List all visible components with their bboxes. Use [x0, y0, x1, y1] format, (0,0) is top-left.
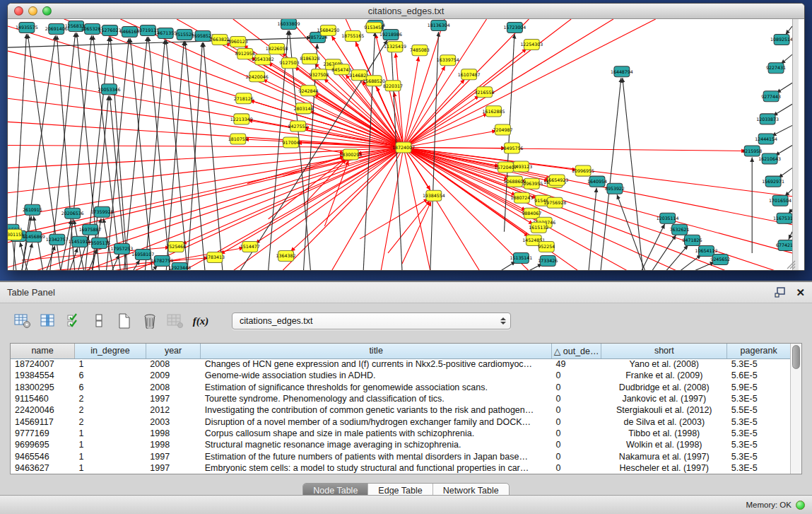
svg-text:20206536: 20206536	[61, 211, 84, 216]
svg-text:10688609: 10688609	[503, 179, 526, 184]
table-panel: Table Panel ✕ f(x)citations_edges.txt na…	[0, 281, 812, 495]
svg-text:16162885: 16162885	[483, 109, 505, 114]
svg-text:14671355: 14671355	[154, 30, 177, 35]
column-header-title[interactable]: title	[201, 344, 552, 358]
table-settings-icon[interactable]	[13, 312, 33, 330]
column-header-short[interactable]: short	[601, 344, 727, 358]
svg-text:16339754: 16339754	[437, 57, 459, 62]
column-header-pagerank[interactable]: pagerank	[727, 344, 790, 358]
svg-text:8912954: 8912954	[235, 51, 255, 56]
svg-text:16958107: 16958107	[131, 252, 154, 257]
svg-text:9242844: 9242844	[299, 88, 319, 93]
svg-text:18136304: 18136304	[428, 23, 450, 28]
svg-text:18755165: 18755165	[341, 33, 364, 38]
svg-text:9127503: 9127503	[280, 60, 300, 65]
merge-cells-icon[interactable]	[89, 312, 109, 330]
svg-text:8454743: 8454743	[331, 66, 351, 71]
desktop: citations_edges.txt 14935575206914061256…	[0, 0, 812, 281]
svg-text:8960123: 8960123	[228, 39, 248, 44]
svg-text:8953922: 8953922	[605, 186, 625, 191]
close-window-button[interactable]	[14, 6, 23, 16]
svg-text:19218986: 19218986	[379, 32, 402, 37]
svg-text:12033873: 12033873	[756, 117, 779, 122]
svg-text:2803144: 2803144	[294, 106, 314, 111]
svg-text:18495756: 18495756	[500, 146, 523, 151]
svg-text:16210643: 16210643	[758, 156, 781, 161]
table-row[interactable]: 1938455462009Genome-wide association stu…	[11, 370, 790, 381]
network-view[interactable]: 1493557520691406125683391065328715276023…	[8, 19, 804, 271]
close-panel-icon[interactable]: ✕	[796, 287, 805, 298]
svg-text:16654923: 16654923	[546, 177, 568, 182]
svg-text:2718126: 2718126	[234, 96, 254, 101]
scrollbar-thumb[interactable]	[792, 345, 800, 369]
svg-text:1810755: 1810755	[228, 136, 248, 141]
network-window[interactable]: citations_edges.txt 14935575206914061256…	[7, 3, 805, 271]
svg-text:16033809: 16033809	[278, 21, 300, 26]
svg-text:15688520: 15688520	[363, 78, 385, 83]
svg-text:7663822: 7663822	[210, 37, 230, 42]
svg-text:1783413: 1783413	[205, 255, 225, 259]
table-row[interactable]: 1830029562008Estimation of significance …	[11, 382, 790, 393]
svg-text:22420046: 22420046	[246, 74, 269, 79]
memory-status-label: Memory: OK	[746, 501, 792, 509]
resize-grip-icon[interactable]	[786, 259, 796, 269]
zoom-window-button[interactable]	[42, 6, 52, 16]
column-header-in_degree[interactable]: in_degree	[75, 344, 146, 358]
svg-text:1301155: 1301155	[8, 232, 24, 237]
table-row[interactable]: 977716911998Corpus callosum shape and si…	[11, 428, 790, 439]
table-panel-title: Table Panel	[7, 287, 55, 298]
table-toolbar: f(x)citations_edges.txt	[0, 303, 812, 339]
svg-text:7525464: 7525464	[166, 244, 186, 249]
svg-text:9227431: 9227431	[766, 65, 786, 70]
new-file-icon[interactable]	[114, 312, 134, 330]
column-header-name[interactable]: name	[11, 344, 75, 358]
table-row[interactable]: 911546021997Tourette syndrome. Phenomeno…	[11, 393, 790, 404]
table-row[interactable]: 946554611997Estimation of the future num…	[11, 450, 790, 462]
float-window-icon[interactable]	[775, 287, 786, 298]
svg-text:9245652: 9245652	[710, 257, 730, 262]
svg-text:15684250: 15684250	[317, 28, 339, 33]
table-row[interactable]: 1872400712008Changes of HCN gene express…	[11, 358, 790, 370]
svg-text:9327508: 9327508	[309, 72, 329, 77]
window-title: citations_edges.txt	[368, 6, 445, 16]
memory-ok-indicator[interactable]	[796, 501, 805, 510]
svg-text:15723004: 15723004	[503, 25, 526, 30]
svg-text:16107487: 16107487	[458, 72, 481, 77]
svg-text:1514477: 1514477	[240, 244, 260, 249]
network-canvas[interactable]: 1493557520691406125683391065328715276023…	[8, 19, 792, 271]
table-selector-combobox[interactable]: citations_edges.txt	[232, 313, 511, 329]
combobox-arrows-icon	[500, 317, 506, 325]
column-header-year[interactable]: year	[146, 344, 200, 358]
svg-text:13505135: 13505135	[88, 240, 111, 245]
svg-text:9153458: 9153458	[364, 25, 384, 30]
minimize-window-button[interactable]	[28, 6, 37, 16]
svg-text:19756928: 19756928	[543, 200, 566, 205]
table-row[interactable]: 946362711997Embryonic stem cells: a mode…	[11, 462, 790, 474]
svg-text:11456869: 11456869	[23, 234, 45, 239]
svg-text:12923448: 12923448	[168, 265, 191, 270]
svg-text:8427552: 8427552	[288, 124, 308, 129]
table-row[interactable]: 2242004622012Investigating the contribut…	[11, 404, 790, 416]
svg-text:11325419: 11325419	[384, 44, 406, 49]
svg-text:12342757: 12342757	[46, 237, 69, 242]
svg-text:1615132: 1615132	[529, 225, 548, 230]
svg-text:18226058: 18226058	[266, 46, 288, 51]
svg-text:1364382: 1364382	[276, 253, 296, 258]
delete-icon[interactable]	[140, 312, 160, 330]
select-rows-icon[interactable]	[64, 312, 83, 330]
table-panel-header: Table Panel ✕	[0, 282, 812, 303]
svg-text:15720407: 15720407	[495, 165, 517, 170]
import-table-icon	[165, 312, 185, 330]
svg-text:8220317: 8220317	[383, 83, 403, 88]
window-scrollbar[interactable]	[792, 19, 799, 271]
function-icon[interactable]: f(x)	[191, 312, 211, 330]
table-row[interactable]: 969969511998Structural magnetic resonanc…	[11, 439, 790, 450]
select-column-icon[interactable]	[38, 312, 58, 330]
table-row[interactable]: 1456911722003Disruption of a novel membe…	[11, 416, 790, 427]
svg-text:8471826: 8471826	[683, 238, 702, 243]
column-header-out_de[interactable]: △ out_de…	[551, 344, 601, 358]
window-titlebar[interactable]: citations_edges.txt	[8, 4, 804, 19]
svg-text:16975887: 16975887	[79, 227, 102, 232]
svg-text:12444154: 12444154	[755, 136, 777, 141]
table-scrollbar[interactable]	[790, 344, 801, 474]
